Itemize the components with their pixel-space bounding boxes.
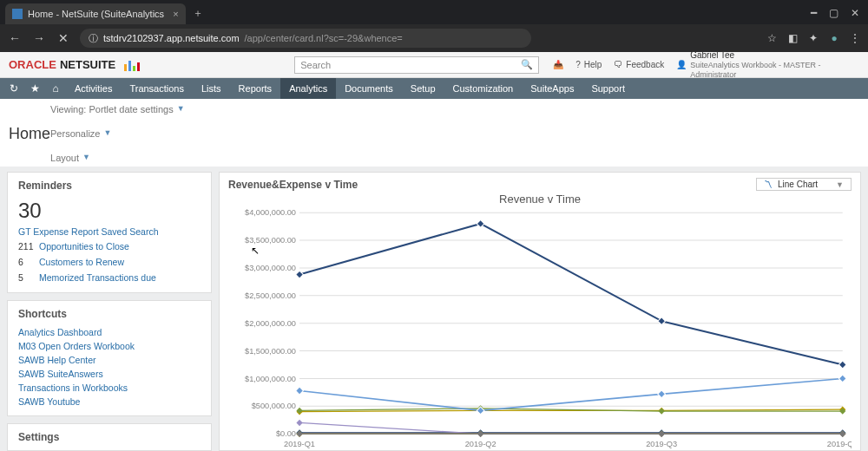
shortcut-link[interactable]: SAWB Youtube bbox=[18, 395, 201, 409]
browser-titlebar: Home - NetSuite (SuiteAnalytics × ＋ ━ ▢ … bbox=[0, 0, 868, 24]
nav-transactions[interactable]: Transactions bbox=[121, 78, 193, 99]
url-host: tstdrv2102937.app.netsuite.com bbox=[103, 33, 240, 43]
help-link[interactable]: ?Help bbox=[575, 60, 602, 69]
stop-icon[interactable]: ✕ bbox=[56, 31, 71, 45]
shortcuts-panel: Shortcuts Analytics DashboardM03 Open Or… bbox=[7, 300, 212, 416]
global-search-input[interactable]: Search 🔍 bbox=[294, 56, 539, 74]
new-tab-button[interactable]: ＋ bbox=[193, 6, 203, 21]
settings-title: Settings bbox=[18, 431, 201, 443]
chart-title: Revenue v Time bbox=[228, 191, 852, 209]
search-icon[interactable]: 🔍 bbox=[521, 59, 533, 70]
user-menu[interactable]: 👤 Gabriel Tee SuiteAnalytics Workbook - … bbox=[676, 50, 859, 80]
inbox-button[interactable]: 📥 bbox=[553, 60, 563, 69]
tab-title: Home - NetSuite (SuiteAnalytics bbox=[28, 9, 164, 19]
shortcut-link[interactable]: M03 Open Orders Workbook bbox=[18, 339, 201, 353]
chart-type-select[interactable]: 〽 Line Chart ▼ bbox=[756, 178, 852, 191]
nav-documents[interactable]: Documents bbox=[336, 78, 402, 99]
svg-rect-61 bbox=[658, 390, 666, 398]
reminders-count: 30 bbox=[18, 197, 201, 225]
svg-text:$2,000,000.00: $2,000,000.00 bbox=[245, 319, 296, 328]
shortcut-link[interactable]: SAWB Help Center bbox=[18, 353, 201, 367]
menu-icon[interactable]: ⋮ bbox=[849, 32, 861, 44]
tab-close-icon[interactable]: × bbox=[173, 9, 178, 19]
personalize-button[interactable]: Personalize▼ bbox=[50, 128, 859, 139]
svg-text:$2,500,000.00: $2,500,000.00 bbox=[245, 291, 296, 300]
profile-icon[interactable]: ● bbox=[828, 32, 840, 44]
svg-text:$4,000,000.00: $4,000,000.00 bbox=[245, 209, 296, 217]
svg-rect-52 bbox=[477, 431, 483, 437]
svg-text:2019-Q3: 2019-Q3 bbox=[646, 440, 677, 448]
feedback-link[interactable]: 🗨Feedback bbox=[614, 60, 664, 69]
chart-panel-title: Revenue&Expense v Time bbox=[228, 179, 358, 191]
svg-rect-58 bbox=[838, 361, 846, 369]
svg-rect-55 bbox=[296, 271, 304, 278]
layout-button[interactable]: Layout▼ bbox=[50, 153, 859, 163]
chart-svg: $0.00$500,000.00$1,000,000.00$1,500,000.… bbox=[228, 209, 852, 450]
nav-support[interactable]: Support bbox=[582, 78, 634, 99]
reminder-item[interactable]: 6Customers to Renew bbox=[18, 254, 201, 270]
svg-rect-57 bbox=[658, 317, 666, 325]
view-settings[interactable]: Viewing: Portlet date settings▼ bbox=[50, 104, 859, 114]
bookmark-icon[interactable]: ☆ bbox=[766, 32, 778, 44]
shortcut-link[interactable]: SAWB SuiteAnswers bbox=[18, 367, 201, 381]
reminders-title: Reminders bbox=[18, 180, 201, 192]
nav-analytics[interactable]: Analytics bbox=[280, 78, 336, 99]
svg-rect-0 bbox=[12, 9, 23, 19]
svg-text:2019-Q2: 2019-Q2 bbox=[465, 440, 496, 448]
svg-text:$3,500,000.00: $3,500,000.00 bbox=[245, 236, 296, 245]
shortcut-link[interactable]: Transactions in Workbooks bbox=[18, 381, 201, 395]
nav-star-icon[interactable]: ★ bbox=[24, 78, 45, 99]
window-minimize-icon[interactable]: ━ bbox=[811, 7, 817, 19]
extension-icon-1[interactable]: ◧ bbox=[786, 32, 799, 44]
tab-favicon bbox=[12, 9, 23, 19]
svg-rect-37 bbox=[659, 408, 665, 414]
nav-reports[interactable]: Reports bbox=[230, 78, 281, 99]
svg-text:$3,000,000.00: $3,000,000.00 bbox=[245, 264, 296, 272]
avatar-icon: 👤 bbox=[676, 60, 687, 70]
main-nav: ↻ ★ ⌂ ActivitiesTransactionsListsReports… bbox=[0, 78, 868, 99]
shortcut-link[interactable]: Analytics Dashboard bbox=[18, 325, 201, 339]
svg-text:$1,000,000.00: $1,000,000.00 bbox=[245, 375, 296, 383]
svg-text:2019-Q1: 2019-Q1 bbox=[284, 440, 315, 448]
nav-activities[interactable]: Activities bbox=[66, 78, 121, 99]
back-icon[interactable]: ← bbox=[7, 31, 23, 45]
reminders-subtitle[interactable]: GT Expense Report Saved Search bbox=[18, 225, 201, 239]
svg-rect-56 bbox=[477, 220, 484, 228]
brand-logo[interactable]: ORACLE NETSUITE bbox=[9, 58, 141, 71]
nav-history-icon[interactable]: ↻ bbox=[3, 78, 24, 99]
svg-rect-53 bbox=[659, 431, 665, 437]
svg-rect-54 bbox=[839, 431, 845, 437]
forward-icon[interactable]: → bbox=[31, 31, 47, 45]
svg-rect-59 bbox=[296, 387, 304, 395]
shortcuts-title: Shortcuts bbox=[18, 308, 201, 320]
page-title: Home bbox=[9, 125, 50, 143]
svg-text:$0.00: $0.00 bbox=[276, 429, 296, 438]
svg-rect-51 bbox=[296, 431, 302, 437]
nav-suiteapps[interactable]: SuiteApps bbox=[522, 78, 582, 99]
window-close-icon[interactable]: ✕ bbox=[851, 7, 859, 19]
chart-panel: Revenue&Expense v Time 〽 Line Chart ▼ Re… bbox=[219, 172, 861, 451]
extension-icon-2[interactable]: ✦ bbox=[807, 32, 819, 44]
app-header: ORACLE NETSUITE Search 🔍 📥 ?Help 🗨Feedba… bbox=[0, 52, 868, 78]
svg-rect-35 bbox=[296, 408, 302, 414]
line-chart-icon: 〽 bbox=[764, 180, 773, 189]
svg-text:$1,500,000.00: $1,500,000.00 bbox=[245, 347, 296, 356]
url-input[interactable]: ⓘ tstdrv2102937.app.netsuite.com/app/cen… bbox=[80, 29, 531, 48]
nav-home-icon[interactable]: ⌂ bbox=[45, 78, 66, 99]
reminder-item[interactable]: 211Opportunities to Close bbox=[18, 239, 201, 254]
window-maximize-icon[interactable]: ▢ bbox=[829, 7, 838, 19]
browser-tab[interactable]: Home - NetSuite (SuiteAnalytics × bbox=[5, 3, 186, 24]
svg-text:2019-Q4: 2019-Q4 bbox=[827, 440, 852, 448]
reminders-panel: Reminders 30 GT Expense Report Saved Sea… bbox=[7, 172, 212, 293]
settings-panel: Settings Personalize DashboardSet Prefer… bbox=[7, 423, 212, 451]
svg-text:$500,000.00: $500,000.00 bbox=[252, 402, 296, 410]
site-info-icon[interactable]: ⓘ bbox=[89, 32, 98, 45]
reminder-item[interactable]: 5Memorized Transactions due bbox=[18, 270, 201, 285]
logo-chart-icon bbox=[124, 59, 141, 71]
nav-setup[interactable]: Setup bbox=[402, 78, 444, 99]
nav-customization[interactable]: Customization bbox=[444, 78, 523, 99]
browser-addressbar: ← → ✕ ⓘ tstdrv2102937.app.netsuite.com/a… bbox=[0, 24, 868, 52]
url-path: /app/center/card.nl?sc=-29&whence= bbox=[245, 33, 403, 43]
svg-rect-39 bbox=[296, 420, 302, 426]
nav-lists[interactable]: Lists bbox=[193, 78, 230, 99]
